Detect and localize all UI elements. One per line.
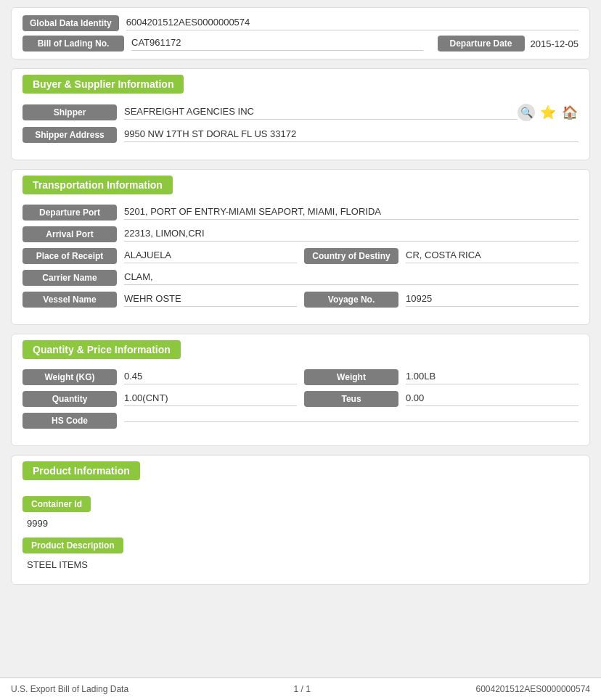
footer: U.S. Export Bill of Lading Data 1 / 1 60… xyxy=(0,678,601,700)
arrival-port-row: Arrival Port 22313, LIMON,CRI xyxy=(23,226,578,242)
bol-departure-row: Bill of Lading No. CAT961172 Departure D… xyxy=(23,36,578,52)
container-id-value: 9999 xyxy=(23,515,578,532)
arrival-port-label: Arrival Port xyxy=(23,226,117,242)
quantity-price-header: Quantity & Price Information xyxy=(23,340,181,359)
vessel-name-half: Vessel Name WEHR OSTE xyxy=(23,292,297,308)
weight-lb-label: Weight xyxy=(304,369,398,385)
weight-lb-value: 1.00LB xyxy=(406,371,578,384)
shipper-label: Shipper xyxy=(23,104,117,120)
place-country-row: Place of Receipt ALAJUELA Country of Des… xyxy=(23,248,578,264)
carrier-name-row: Carrier Name CLAM, xyxy=(23,270,578,286)
footer-left: U.S. Export Bill of Lading Data xyxy=(11,684,128,694)
container-id-block: Container Id 9999 xyxy=(23,490,578,532)
voyage-no-value: 10925 xyxy=(406,293,578,307)
hs-code-value xyxy=(124,419,578,422)
home-icon[interactable]: 🏠 xyxy=(561,104,578,121)
departure-date-value: 2015-12-05 xyxy=(531,38,579,49)
vessel-voyage-row: Vessel Name WEHR OSTE Voyage No. 10925 xyxy=(23,292,578,308)
weight-kg-value: 0.45 xyxy=(124,371,297,384)
weight-row: Weight (KG) 0.45 Weight 1.00LB xyxy=(23,369,578,385)
place-of-receipt-label: Place of Receipt xyxy=(23,248,117,264)
product-description-block: Product Description STEEL ITEMS xyxy=(23,532,578,573)
departure-date-label: Departure Date xyxy=(438,36,525,52)
quantity-half: Quantity 1.00(CNT) xyxy=(23,391,297,407)
departure-port-value: 5201, PORT OF ENTRY-MIAMI SEAPORT, MIAMI… xyxy=(124,206,578,220)
country-destiny-half: Country of Destiny CR, COSTA RICA xyxy=(304,248,578,264)
global-data-label: Global Data Identity xyxy=(23,15,119,31)
product-info-header: Product Information xyxy=(23,461,140,480)
top-card: Global Data Identity 6004201512AES000000… xyxy=(11,7,590,59)
star-icon[interactable]: ⭐ xyxy=(539,104,557,121)
departure-port-row: Departure Port 5201, PORT OF ENTRY-MIAMI… xyxy=(23,205,578,221)
quantity-label: Quantity xyxy=(23,391,117,407)
place-of-receipt-value: ALAJUELA xyxy=(124,250,297,263)
vessel-name-value: WEHR OSTE xyxy=(124,293,297,307)
vessel-name-label: Vessel Name xyxy=(23,292,117,308)
departure-port-label: Departure Port xyxy=(23,205,117,221)
quantity-teus-row: Quantity 1.00(CNT) Teus 0.00 xyxy=(23,391,578,407)
transportation-header: Transportation Information xyxy=(23,176,173,194)
quantity-value: 1.00(CNT) xyxy=(124,392,297,406)
buyer-supplier-header: Buyer & Supplier Information xyxy=(23,75,184,94)
transportation-section: Transportation Information Departure Por… xyxy=(11,169,590,325)
hs-code-row: HS Code xyxy=(23,413,578,429)
country-destiny-value: CR, COSTA RICA xyxy=(406,250,578,263)
global-data-value: 6004201512AES0000000574 xyxy=(126,17,578,30)
product-info-section: Product Information Container Id 9999 Pr… xyxy=(11,455,590,585)
carrier-name-value: CLAM, xyxy=(124,271,578,285)
weight-kg-half: Weight (KG) 0.45 xyxy=(23,369,297,385)
shipper-row: Shipper SEAFREIGHT AGENCIES INC 🔍 ⭐ 🏠 xyxy=(23,104,578,121)
arrival-port-value: 22313, LIMON,CRI xyxy=(124,228,578,242)
global-data-row: Global Data Identity 6004201512AES000000… xyxy=(23,15,578,31)
action-icons: 🔍 ⭐ 🏠 xyxy=(518,104,578,121)
container-id-label: Container Id xyxy=(23,496,91,512)
product-description-label: Product Description xyxy=(23,538,123,553)
voyage-no-label: Voyage No. xyxy=(304,292,398,308)
footer-right: 6004201512AES0000000574 xyxy=(476,684,591,694)
weight-kg-label: Weight (KG) xyxy=(23,369,117,385)
shipper-address-label: Shipper Address xyxy=(23,127,117,143)
place-of-receipt-half: Place of Receipt ALAJUELA xyxy=(23,248,297,264)
bol-label: Bill of Lading No. xyxy=(23,36,124,52)
shipper-address-row: Shipper Address 9950 NW 17TH ST DORAL FL… xyxy=(23,127,578,143)
search-icon[interactable]: 🔍 xyxy=(518,104,535,121)
buyer-supplier-section: Buyer & Supplier Information Shipper SEA… xyxy=(11,68,590,160)
country-destiny-label: Country of Destiny xyxy=(304,248,398,264)
quantity-price-section: Quantity & Price Information Weight (KG)… xyxy=(11,334,590,446)
shipper-address-value: 9950 NW 17TH ST DORAL FL US 33172 xyxy=(124,128,578,142)
teus-label: Teus xyxy=(304,391,398,407)
shipper-value: SEAFREIGHT AGENCIES INC xyxy=(124,106,518,120)
footer-center: 1 / 1 xyxy=(128,684,475,694)
hs-code-label: HS Code xyxy=(23,413,117,429)
teus-half: Teus 0.00 xyxy=(304,391,578,407)
voyage-no-half: Voyage No. 10925 xyxy=(304,292,578,308)
bol-value: CAT961172 xyxy=(131,37,423,51)
product-description-value: STEEL ITEMS xyxy=(23,556,578,573)
weight-lb-half: Weight 1.00LB xyxy=(304,369,578,385)
carrier-name-label: Carrier Name xyxy=(23,270,117,286)
teus-value: 0.00 xyxy=(406,392,578,406)
